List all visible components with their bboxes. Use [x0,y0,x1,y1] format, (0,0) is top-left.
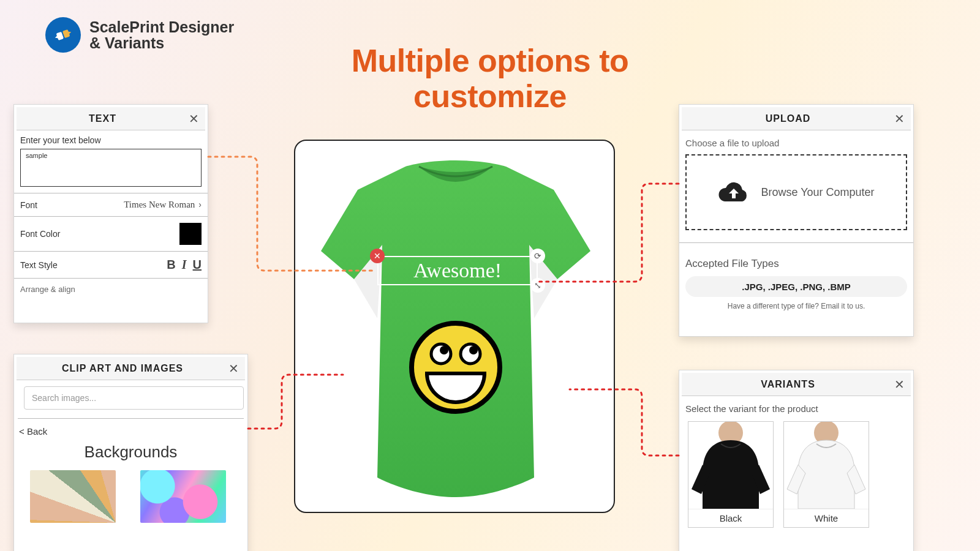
font-color-label: Font Color [20,229,60,239]
svg-point-9 [440,346,448,354]
chevron-right-icon: › [198,200,202,209]
text-panel: TEXT ✕ Enter your text below sample Font… [13,104,208,323]
variants-grid: Black White [685,421,907,528]
text-style-row[interactable]: Text Style B I U [20,252,202,278]
canvas-text-value: Awesome! [413,259,502,282]
accepted-types: .JPG, .JPEG, .PNG, .BMP [685,276,907,297]
clipart-section-title: Backgrounds [14,443,247,462]
clipart-panel-title: CLIP ART AND IMAGES [17,363,228,374]
variant-label: Black [688,509,773,527]
close-icon[interactable]: ✕ [228,362,239,375]
svg-point-10 [469,346,478,354]
upload-dropzone[interactable]: Browse Your Computer [685,154,907,230]
close-icon[interactable]: ✕ [894,378,905,391]
clipart-thumb-swirl[interactable] [30,470,116,523]
delete-handle-icon[interactable]: ✕ [370,249,385,263]
cloud-upload-icon [718,180,750,204]
upload-hint: Choose a file to upload [685,138,907,148]
svg-point-8 [461,344,480,364]
font-row[interactable]: Font Times New Roman› [20,193,202,216]
close-icon[interactable]: ✕ [894,113,905,125]
search-input[interactable]: Search images... [24,386,244,410]
variants-panel-title: VARIANTS [682,379,894,390]
upload-panel: UPLOAD ✕ Choose a file to upload Browse … [679,104,914,337]
font-color-row[interactable]: Font Color [20,217,202,251]
accepted-title: Accepted File Types [685,258,907,270]
bold-toggle[interactable]: B [167,258,175,272]
rotate-handle-icon[interactable]: ⟳ [530,249,545,263]
font-label: Font [20,200,37,210]
italic-toggle[interactable]: I [182,258,187,272]
clipart-panel: CLIP ART AND IMAGES ✕ Search images... <… [13,354,248,551]
text-panel-title: TEXT [17,113,189,124]
font-value: Times New Roman [124,200,195,209]
variants-hint: Select the variant for the product [685,403,907,414]
text-style-label: Text Style [20,260,58,270]
clipart-thumb-holo[interactable] [140,470,226,523]
variant-card-black[interactable]: Black [688,421,774,528]
brand-block: ScalePrint Designer& Variants [45,17,234,53]
text-input-label: Enter your text below [20,135,202,145]
resize-handle-icon[interactable]: ⤡ [530,278,545,293]
product-canvas[interactable]: Awesome! ✕ ⟳ ⤡ [294,140,615,513]
accepted-other: Have a different type of file? Email it … [685,302,907,310]
variant-card-white[interactable]: White [783,421,869,528]
back-link[interactable]: < Back [19,426,243,437]
close-icon[interactable]: ✕ [189,113,199,125]
arrange-row[interactable]: Arrange & align [20,279,202,294]
browse-label: Browse Your Computer [761,186,874,199]
color-swatch[interactable] [179,223,202,245]
canvas-smiley-icon[interactable] [407,318,505,416]
page-title: Multiple options to customize [300,43,680,114]
upload-panel-title: UPLOAD [682,113,894,124]
variant-label: White [784,509,869,527]
svg-point-7 [431,344,451,364]
brand-logo-icon [45,17,81,53]
canvas-text-object[interactable]: Awesome! ✕ ⟳ ⤡ [377,256,538,285]
variants-panel: VARIANTS ✕ Select the variant for the pr… [679,370,914,551]
text-input[interactable]: sample [20,149,202,187]
brand-name: ScalePrint Designer& Variants [89,19,234,51]
underline-toggle[interactable]: U [193,258,202,272]
